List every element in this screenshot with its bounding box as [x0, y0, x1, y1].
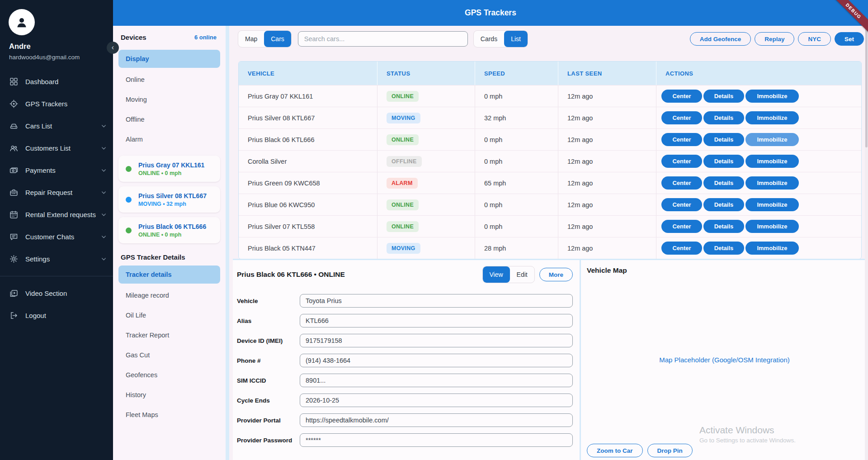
- sidebar-item-customer-chats[interactable]: Customer Chats: [0, 226, 113, 248]
- tracker-menu-gas-cut[interactable]: Gas Cut: [113, 345, 226, 365]
- speed-cell: 28 mph: [475, 237, 558, 259]
- tracker-menu-tracker-details[interactable]: Tracker details: [118, 266, 220, 284]
- sidebar-item-label: Customer Chats: [25, 232, 98, 242]
- sidebar-item-repair-request[interactable]: Repair Request: [0, 181, 113, 204]
- view-edit-toggle: ViewEdit: [482, 266, 535, 283]
- immobilize-button[interactable]: Immobilize: [745, 198, 799, 211]
- center-button[interactable]: Center: [661, 111, 702, 124]
- tracker-menu-history[interactable]: History: [113, 385, 226, 405]
- toggle-cards[interactable]: Cards: [474, 31, 504, 47]
- sidebar-item-customers-list[interactable]: Customers List: [0, 137, 113, 159]
- search-input[interactable]: [298, 31, 468, 47]
- tracker-form: VehicleAliasDevice ID (IMEI)Phone #SIM I…: [233, 294, 580, 447]
- sidebar-item-payments[interactable]: Payments: [0, 159, 113, 181]
- add-geofence-button[interactable]: Add Geofence: [690, 32, 751, 46]
- chevron-down-icon: [101, 256, 107, 262]
- calendar-icon: [9, 210, 19, 219]
- device-filter-alarm[interactable]: Alarm: [113, 129, 226, 149]
- zoom-to-car-button[interactable]: Zoom to Car: [587, 444, 643, 457]
- device-card-prius-black-06-ktl666[interactable]: Prius Black 06 KTL666ONLINE • 0 mph: [118, 217, 220, 243]
- immobilize-button[interactable]: Immobilize: [745, 220, 799, 233]
- sidebar-footer-nav: Video SectionLogout: [0, 282, 113, 327]
- details-button[interactable]: Details: [703, 242, 744, 255]
- car-status: ONLINE • 0 mph: [138, 232, 206, 238]
- center-button[interactable]: Center: [661, 155, 702, 168]
- details-button[interactable]: Details: [703, 90, 744, 103]
- sidebar-item-gps-trackers[interactable]: GPS Trackers: [0, 93, 113, 115]
- field-label: Alias: [237, 318, 300, 324]
- toggle-cars[interactable]: Cars: [264, 31, 291, 47]
- sidebar-item-video-section[interactable]: Video Section: [0, 282, 113, 304]
- immobilize-button[interactable]: Immobilize: [745, 176, 799, 190]
- app-root: Andre hardwood4us@gmail.com DashboardGPS…: [0, 0, 868, 460]
- sidebar-item-settings[interactable]: Settings: [0, 248, 113, 270]
- details-button[interactable]: Details: [703, 111, 744, 124]
- details-button[interactable]: Details: [703, 176, 744, 190]
- center-button[interactable]: Center: [661, 220, 702, 233]
- tracker-menu-mileage-record[interactable]: Mileage record: [113, 285, 226, 305]
- toggle-list[interactable]: List: [504, 31, 528, 47]
- set-button[interactable]: Set: [835, 32, 864, 46]
- field-input-sim-iccid[interactable]: [300, 374, 573, 387]
- table-row-prius-black-06-ktl666: Prius Black 06 KTL666ONLINE0 mph12m agoC…: [239, 128, 861, 150]
- replay-button[interactable]: Replay: [755, 32, 794, 46]
- field-input-vehicle[interactable]: [300, 294, 573, 308]
- tracker-menu-oil-life[interactable]: Oil Life: [113, 305, 226, 325]
- mode-view[interactable]: View: [483, 266, 510, 283]
- sidebar-item-dashboard[interactable]: Dashboard: [0, 71, 113, 93]
- device-card-prius-gray-07-kkl161[interactable]: Prius Gray 07 KKL161ONLINE • 0 mph: [118, 156, 220, 182]
- field-input-phone[interactable]: [300, 354, 573, 367]
- device-filter-offline[interactable]: Offline: [113, 109, 226, 129]
- watermark-title: Activate Windows: [699, 425, 796, 436]
- field-input-device-id-imei[interactable]: [300, 334, 573, 347]
- sidebar-item-rental-extend-requests[interactable]: Rental Extend requests: [0, 204, 113, 226]
- device-filter-display[interactable]: Display: [118, 50, 220, 68]
- nyc-button[interactable]: NYC: [798, 32, 831, 46]
- field-input-provider-password[interactable]: [300, 433, 573, 447]
- immobilize-button[interactable]: Immobilize: [745, 242, 799, 255]
- field-input-cycle-ends[interactable]: [300, 394, 573, 407]
- toggle-map[interactable]: Map: [238, 31, 264, 47]
- sidebar-item-cars-list[interactable]: Cars List: [0, 115, 113, 137]
- details-button[interactable]: Details: [703, 220, 744, 233]
- device-filter-moving[interactable]: Moving: [113, 90, 226, 109]
- last-seen-cell: 12m ago: [558, 194, 656, 215]
- details-button[interactable]: Details: [703, 133, 744, 146]
- center-button[interactable]: Center: [661, 90, 702, 103]
- drop-pin-button[interactable]: Drop Pin: [647, 444, 693, 457]
- table-row-prius-blue-06-kwc950: Prius Blue 06 KWC950ONLINE0 mph12m agoCe…: [239, 194, 861, 215]
- chat-icon: [9, 232, 19, 242]
- scrollbar[interactable]: [865, 26, 868, 460]
- center-button[interactable]: Center: [661, 242, 702, 255]
- tracker-menu-geofences[interactable]: Geofences: [113, 365, 226, 385]
- mode-edit[interactable]: Edit: [510, 266, 534, 283]
- status-cell: MOVING: [377, 237, 475, 259]
- details-button[interactable]: Details: [703, 155, 744, 168]
- immobilize-button[interactable]: Immobilize: [745, 90, 799, 103]
- details-button[interactable]: Details: [703, 198, 744, 211]
- tracker-menu-fleet-maps[interactable]: Fleet Maps: [113, 405, 226, 425]
- immobilize-button[interactable]: Immobilize: [745, 133, 799, 146]
- actions-cell: CenterDetailsImmobilize: [656, 216, 861, 237]
- last-seen-cell: 12m ago: [558, 107, 656, 128]
- tracker-details-section-title: GPS Tracker Details: [113, 248, 226, 261]
- tracker-menu-tracker-report[interactable]: Tracker Report: [113, 325, 226, 345]
- device-filter-online[interactable]: Online: [113, 70, 226, 90]
- table-body: Prius Gray 07 KKL161ONLINE0 mph12m agoCe…: [239, 85, 861, 259]
- field-input-provider-portal[interactable]: [300, 413, 573, 427]
- map-buttons: Zoom to CarDrop Pin: [587, 444, 693, 457]
- field-input-alias[interactable]: [300, 314, 573, 327]
- sidebar-item-logout[interactable]: Logout: [0, 304, 113, 327]
- sidebar-collapse-button[interactable]: ‹: [107, 42, 119, 54]
- form-row-device-id-imei: Device ID (IMEI): [237, 334, 573, 347]
- more-button[interactable]: More: [539, 268, 573, 281]
- center-button[interactable]: Center: [661, 198, 702, 211]
- center-button[interactable]: Center: [661, 176, 702, 190]
- immobilize-button[interactable]: Immobilize: [745, 111, 799, 124]
- device-card-prius-silver-08-ktl667[interactable]: Prius Silver 08 KTL667MOVING • 32 mph: [118, 186, 220, 213]
- immobilize-button[interactable]: Immobilize: [745, 155, 799, 168]
- center-button[interactable]: Center: [661, 133, 702, 146]
- scrollbar-thumb[interactable]: [865, 28, 868, 147]
- map-title: Vehicle Map: [581, 260, 868, 275]
- status-cell: ONLINE: [377, 85, 475, 107]
